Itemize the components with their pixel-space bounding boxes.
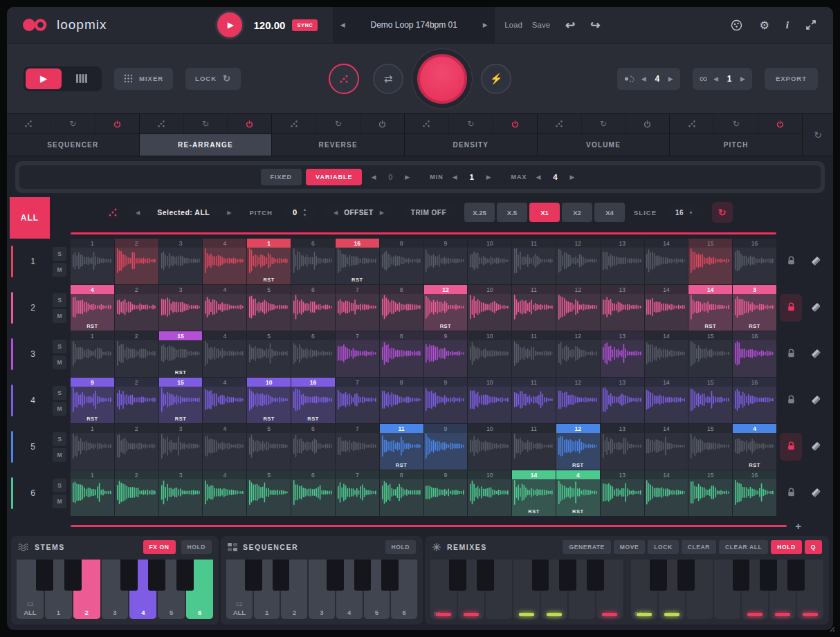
slice-cell[interactable]: 2	[115, 239, 158, 284]
pitch-control[interactable]: 0 ▲▼	[282, 203, 316, 222]
multiplier-x5-button[interactable]: X.5	[497, 203, 527, 222]
multiplier-x1-button[interactable]: X1	[529, 203, 560, 222]
slice-cell[interactable]: 5	[247, 424, 291, 470]
black-key[interactable]	[650, 560, 667, 591]
preset-name[interactable]: Demo Loop 174bpm 01	[352, 20, 475, 30]
slice-cell[interactable]: 11	[512, 285, 556, 331]
power-icon[interactable]	[758, 114, 802, 133]
slice-cell[interactable]: 10	[468, 378, 511, 423]
dice-icon[interactable]	[7, 114, 51, 133]
select-all-button[interactable]: ALL	[10, 197, 50, 239]
preset-next-button[interactable]: ▶	[475, 7, 495, 43]
solo-button[interactable]: S	[53, 293, 66, 307]
lock-button[interactable]	[780, 248, 802, 275]
slice-cell[interactable]: 1	[71, 424, 114, 470]
slice-cell[interactable]: 9	[424, 470, 468, 516]
slice-cell[interactable]: 11	[512, 239, 556, 284]
slice-cell[interactable]: 9	[424, 239, 468, 284]
slice-cell[interactable]: 8	[380, 378, 423, 423]
slice-cell[interactable]: 14	[645, 331, 688, 377]
slice-cell[interactable]: 4	[203, 285, 246, 331]
settings-gear-icon[interactable]: ⚙	[759, 19, 769, 32]
slice-cell[interactable]: 4RST	[556, 470, 600, 516]
slice-cell[interactable]: 14RST	[688, 285, 732, 331]
fixed-value-next-button[interactable]: ▶	[400, 174, 414, 181]
main-remix-button[interactable]	[417, 54, 467, 104]
solo-button[interactable]: S	[53, 247, 66, 261]
selected-prev-button[interactable]: ◀	[129, 210, 146, 216]
black-key[interactable]	[532, 560, 549, 591]
randomize-selection-icon[interactable]	[108, 207, 118, 217]
slice-cell[interactable]: 8	[380, 331, 423, 377]
slice-cell[interactable]: 2	[115, 331, 158, 377]
mute-button[interactable]: M	[53, 263, 66, 277]
loop-view-button[interactable]: ▶	[26, 68, 62, 89]
black-key[interactable]	[477, 560, 494, 591]
black-key[interactable]	[733, 560, 750, 591]
black-key[interactable]	[64, 560, 82, 591]
slice-cell[interactable]: 13	[601, 378, 644, 423]
slice-cell[interactable]: 11	[512, 378, 556, 423]
global-loop-icon[interactable]: ↻	[803, 114, 833, 156]
slice-cell[interactable]: 10	[468, 331, 511, 377]
stems-hold-button[interactable]: HOLD	[181, 540, 212, 554]
slice-cell[interactable]: 2	[115, 424, 158, 470]
min-prev-button[interactable]: ◀	[448, 174, 462, 181]
slice-cell[interactable]: 14	[645, 378, 688, 423]
slice-cell[interactable]: 1	[71, 239, 114, 284]
loop-icon[interactable]: ↻	[316, 114, 360, 133]
fx-on-button[interactable]: FX ON	[143, 540, 176, 554]
slice-cell[interactable]: 2	[115, 470, 158, 516]
black-key[interactable]	[559, 560, 576, 591]
black-key[interactable]	[327, 560, 343, 591]
slice-cell[interactable]: 4RST	[733, 424, 776, 470]
max-prev-button[interactable]: ◀	[531, 174, 546, 181]
slice-cell[interactable]: 6	[291, 424, 335, 470]
dice-icon[interactable]	[272, 114, 316, 133]
slice-cell[interactable]: 3	[159, 239, 203, 284]
slice-cell[interactable]: 10	[468, 239, 511, 284]
slice-cell[interactable]: 8	[380, 470, 423, 516]
multiplier-x2-button[interactable]: X2	[562, 203, 592, 222]
tempo-display[interactable]: 120.00	[253, 19, 285, 31]
slice-cell[interactable]: 15	[688, 470, 732, 516]
slice-cell[interactable]: 9	[424, 424, 468, 470]
mute-button[interactable]: M	[53, 402, 66, 416]
solo-button[interactable]: S	[53, 340, 66, 353]
slice-cell[interactable]: 7	[336, 331, 379, 377]
slice-cell[interactable]: 16	[733, 331, 776, 377]
slice-cell[interactable]: 11	[512, 331, 556, 377]
selected-next-button[interactable]: ▶	[221, 210, 237, 216]
slice-cell[interactable]: 6	[291, 331, 335, 377]
save-button[interactable]: Save	[532, 21, 550, 29]
min-next-button[interactable]: ▶	[482, 174, 496, 181]
piano-view-button[interactable]	[64, 68, 100, 89]
black-key[interactable]	[787, 560, 805, 591]
multiplier-x25-button[interactable]: X.25	[464, 203, 495, 222]
slice-cell[interactable]: 12	[556, 239, 600, 284]
slice-cell[interactable]: 4	[203, 378, 246, 423]
power-icon[interactable]	[228, 114, 271, 133]
erase-button[interactable]	[805, 433, 827, 461]
random-amount-knob[interactable]	[329, 64, 359, 94]
slice-cell[interactable]: 12	[556, 378, 600, 423]
slice-cell[interactable]: 1	[71, 470, 114, 516]
remix-quantize-button[interactable]: Q	[805, 540, 822, 554]
slice-cell[interactable]: 1	[71, 331, 114, 377]
remix-clear-all-button[interactable]: CLEAR ALL	[719, 540, 768, 554]
slice-cell[interactable]: 4	[203, 424, 246, 470]
slice-cell[interactable]: 14	[645, 424, 688, 470]
slice-cell[interactable]: 9	[424, 378, 468, 423]
slice-cell[interactable]: 16	[733, 378, 776, 423]
slice-cell[interactable]: 16	[733, 239, 776, 284]
slice-count-dropdown[interactable]: 16 ▼	[666, 203, 703, 222]
loop-icon[interactable]: ↻	[51, 114, 95, 133]
lock-button[interactable]	[780, 294, 802, 322]
power-icon[interactable]	[360, 114, 404, 133]
tab-volume[interactable]: ↻VOLUME	[538, 114, 670, 156]
slice-cell[interactable]: 10	[468, 424, 511, 470]
slice-cell[interactable]: 4RST	[71, 285, 114, 331]
loop-icon[interactable]: ↻	[449, 114, 493, 133]
slice-cell[interactable]: 15RST	[159, 378, 203, 423]
slice-cell[interactable]: 15	[688, 424, 732, 470]
